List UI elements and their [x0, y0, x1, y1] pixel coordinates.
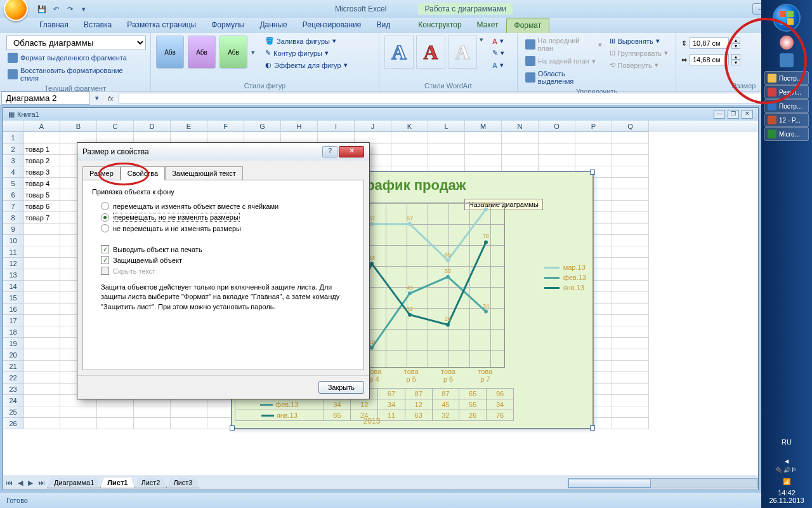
dialog-close-btn[interactable]: Закрыть — [318, 381, 364, 394]
cell[interactable] — [612, 338, 649, 349]
taskbar-item[interactable]: 12 - P... — [764, 113, 809, 127]
qat-dropdown-icon[interactable]: ▾ — [79, 4, 89, 14]
dialog-tab-size[interactable]: Размер — [82, 166, 121, 180]
cell[interactable]: товар 1 — [23, 144, 60, 155]
row-header[interactable]: 11 — [3, 246, 23, 258]
cell[interactable] — [23, 269, 60, 281]
cell[interactable] — [23, 338, 60, 349]
name-box[interactable] — [1, 91, 90, 105]
radio-move-only[interactable] — [101, 213, 109, 222]
row-header[interactable]: 24 — [3, 395, 23, 406]
row-header[interactable]: 8 — [3, 212, 23, 224]
cell[interactable] — [465, 144, 502, 155]
cell[interactable] — [97, 406, 134, 418]
taskbar-item[interactable]: Постр... — [764, 99, 809, 113]
sheet-nav-prev[interactable]: ◀ — [15, 479, 25, 487]
cell[interactable] — [612, 144, 649, 155]
cell[interactable] — [612, 178, 649, 189]
cell[interactable] — [612, 155, 649, 166]
row-header[interactable]: 20 — [3, 349, 23, 361]
cell[interactable] — [502, 155, 539, 166]
cell[interactable] — [23, 372, 60, 384]
cell[interactable] — [23, 281, 60, 292]
cell[interactable] — [612, 349, 649, 361]
sheet-nav-next[interactable]: ▶ — [25, 479, 36, 487]
undo-icon[interactable]: ↶ — [51, 4, 61, 14]
cell[interactable] — [612, 246, 649, 258]
width-input[interactable] — [690, 54, 729, 65]
cell[interactable] — [612, 361, 649, 372]
cell[interactable] — [428, 144, 465, 155]
cell[interactable] — [612, 418, 649, 429]
resize-handle[interactable] — [590, 170, 595, 175]
cell[interactable] — [612, 395, 649, 406]
cell[interactable] — [612, 292, 649, 304]
shape-style-1[interactable]: Абв — [156, 36, 184, 69]
row-header[interactable]: 19 — [3, 338, 23, 349]
row-header[interactable]: 12 — [3, 258, 23, 269]
col-header[interactable]: L — [428, 121, 465, 132]
col-header[interactable]: J — [355, 121, 391, 132]
cell[interactable] — [23, 315, 60, 326]
col-header[interactable]: H — [281, 121, 318, 132]
cell[interactable] — [612, 304, 649, 315]
tab-insert[interactable]: Вставка — [76, 18, 120, 33]
shape-styles-more-icon[interactable]: ▾ — [251, 48, 255, 57]
cell[interactable] — [612, 189, 649, 201]
cell[interactable] — [539, 132, 575, 144]
cell[interactable]: товар 3 — [23, 166, 60, 178]
radio-move-size[interactable] — [101, 202, 109, 210]
cell[interactable]: товар 6 — [23, 201, 60, 212]
cell[interactable]: товар 4 — [23, 178, 60, 189]
row-header[interactable]: 17 — [3, 315, 23, 326]
cell[interactable] — [612, 269, 649, 281]
dialog-close-button[interactable]: ✕ — [339, 146, 364, 157]
formula-input[interactable] — [119, 93, 808, 104]
tray-icons[interactable]: 🔌🔊🏳 — [769, 467, 804, 473]
cell[interactable] — [23, 246, 60, 258]
start-button[interactable] — [773, 4, 801, 32]
col-header[interactable]: K — [391, 121, 428, 132]
sheet-nav-first[interactable]: ⏮ — [3, 479, 15, 487]
sheet-tab[interactable]: Лист3 — [166, 478, 199, 488]
wordart-more-icon[interactable]: ▾ — [480, 36, 483, 44]
width-spinner[interactable]: ▲▼ — [731, 54, 740, 65]
cell[interactable] — [612, 281, 649, 292]
cell[interactable] — [612, 201, 649, 212]
row-header[interactable]: 18 — [3, 326, 23, 338]
cell[interactable] — [612, 384, 649, 395]
doc-minimize[interactable]: — — [714, 110, 725, 119]
cell[interactable] — [171, 418, 207, 429]
dialog-tab-properties[interactable]: Свойства — [121, 166, 165, 180]
cell[interactable] — [539, 155, 575, 166]
col-header[interactable]: A — [23, 121, 60, 132]
cell[interactable] — [23, 235, 60, 246]
cell[interactable] — [612, 372, 649, 384]
row-header[interactable]: 15 — [3, 292, 23, 304]
cell[interactable] — [97, 418, 134, 429]
wordart-style-3[interactable]: A — [448, 36, 477, 69]
col-header[interactable]: G — [244, 121, 281, 132]
tab-design[interactable]: Конструктор — [410, 18, 469, 33]
row-header[interactable]: 4 — [3, 166, 23, 178]
cell[interactable] — [575, 155, 612, 166]
row-header[interactable]: 16 — [3, 304, 23, 315]
cell[interactable] — [612, 406, 649, 418]
sheet-nav-last[interactable]: ⏭ — [36, 479, 48, 487]
cell[interactable] — [539, 144, 575, 155]
cell[interactable]: товар 2 — [23, 155, 60, 166]
radio-no-move[interactable] — [101, 224, 109, 232]
shape-style-2[interactable]: Абв — [188, 36, 216, 69]
text-effects-button[interactable]: A▾ — [490, 60, 507, 70]
col-header[interactable]: M — [465, 121, 502, 132]
cell[interactable] — [23, 132, 60, 144]
text-outline-button[interactable]: ✎▾ — [490, 48, 507, 58]
doc-maximize[interactable]: ❐ — [728, 110, 739, 119]
cell[interactable] — [23, 224, 60, 235]
col-header[interactable]: C — [97, 121, 134, 132]
cell[interactable] — [502, 132, 539, 144]
dialog-help-button[interactable]: ? — [322, 146, 337, 157]
cell[interactable] — [612, 315, 649, 326]
tray-icon[interactable] — [780, 53, 794, 67]
cell[interactable] — [171, 406, 207, 418]
